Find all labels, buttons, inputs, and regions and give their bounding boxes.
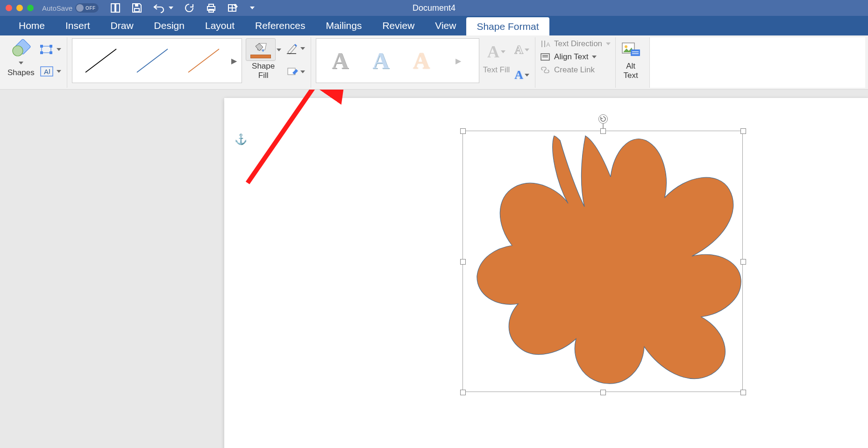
autosave-knob bbox=[76, 4, 84, 12]
tab-mailings[interactable]: Mailings bbox=[315, 16, 372, 35]
shape-fill-swatch bbox=[250, 55, 271, 58]
group-wordart-styles: A A A ▶ A Text Fill A A bbox=[311, 37, 535, 88]
ribbon-tabs: Home Insert Draw Design Layout Reference… bbox=[0, 16, 868, 35]
shapes-icon bbox=[11, 38, 31, 59]
wordart-style-2[interactable]: A bbox=[372, 47, 389, 74]
tab-view[interactable]: View bbox=[425, 16, 466, 35]
outline-effects-column bbox=[285, 38, 306, 79]
wordart-more-button[interactable]: ▶ bbox=[454, 40, 463, 81]
autosave-toggle[interactable]: OFF bbox=[75, 3, 99, 13]
window-controls bbox=[6, 5, 34, 11]
freeform-shape[interactable] bbox=[463, 131, 743, 392]
text-direction-caret bbox=[606, 42, 611, 45]
group-shape-styles: ▶ Shape Fill bbox=[67, 37, 311, 88]
shape-style-more-button[interactable]: ▶ bbox=[229, 40, 239, 81]
rotate-handle[interactable] bbox=[598, 114, 608, 124]
tab-design[interactable]: Design bbox=[144, 16, 195, 35]
wordart-gallery[interactable]: A A A ▶ bbox=[316, 38, 479, 83]
document-page[interactable]: ⚓ bbox=[224, 98, 868, 448]
edit-shape-icon bbox=[39, 43, 55, 56]
tab-insert[interactable]: Insert bbox=[55, 16, 100, 35]
text-direction-button[interactable]: A Text Direction bbox=[540, 39, 611, 49]
maximize-window-button[interactable] bbox=[27, 5, 34, 11]
shape-fill-caret[interactable] bbox=[277, 49, 281, 51]
link-icon bbox=[540, 66, 550, 74]
group-insert-shapes: Shapes A bbox=[3, 37, 67, 88]
text-outline-a-icon: A bbox=[514, 43, 523, 57]
text-box-caret bbox=[57, 70, 61, 73]
text-effects-a-icon: A bbox=[514, 68, 523, 82]
shapes-label: Shapes bbox=[7, 68, 35, 77]
svg-text:A: A bbox=[546, 41, 550, 48]
shape-outline-caret bbox=[300, 47, 305, 50]
paint-bucket-icon bbox=[253, 42, 269, 54]
ribbon: Shapes A bbox=[0, 35, 868, 90]
shape-outline-button[interactable] bbox=[285, 41, 306, 56]
text-box-icon: A bbox=[39, 65, 55, 77]
document-area: ⚓ bbox=[0, 90, 868, 448]
edit-shape-button[interactable] bbox=[38, 41, 62, 58]
tab-shape-format[interactable]: Shape Format bbox=[466, 17, 549, 35]
autosave-state: OFF bbox=[85, 6, 96, 11]
ribbon-remainder bbox=[649, 37, 865, 88]
text-box-button[interactable]: A bbox=[38, 63, 62, 79]
svg-point-11 bbox=[13, 46, 23, 56]
tab-home[interactable]: Home bbox=[8, 16, 55, 35]
tab-layout[interactable]: Layout bbox=[195, 16, 245, 35]
table-edit-icon[interactable] bbox=[228, 3, 240, 13]
text-outline-button[interactable]: A bbox=[513, 41, 530, 59]
create-link-label: Create Link bbox=[554, 65, 595, 75]
wordart-style-1[interactable]: A bbox=[332, 47, 349, 74]
effects-icon bbox=[286, 66, 299, 77]
tab-review[interactable]: Review bbox=[372, 16, 425, 35]
qat-customize-caret[interactable] bbox=[250, 7, 255, 9]
shape-edit-buttons: A bbox=[38, 38, 62, 79]
document-title: Document4 bbox=[413, 3, 455, 13]
shapes-button[interactable]: Shapes bbox=[7, 38, 35, 77]
align-text-label: Align Text bbox=[554, 52, 588, 62]
minimize-window-button[interactable] bbox=[16, 5, 23, 11]
svg-rect-27 bbox=[287, 53, 296, 54]
svg-rect-5 bbox=[209, 4, 213, 7]
group-text: A Text Direction Align Text Create Link bbox=[535, 37, 616, 88]
align-text-button[interactable]: Align Text bbox=[540, 52, 611, 62]
svg-rect-3 bbox=[135, 4, 138, 7]
shape-fill-column: Shape Fill bbox=[246, 38, 281, 80]
text-fill-button[interactable]: A bbox=[486, 40, 506, 63]
shape-fill-button[interactable] bbox=[246, 38, 276, 61]
close-window-button[interactable] bbox=[6, 5, 12, 11]
text-fill-a-icon: A bbox=[487, 42, 499, 62]
redo-icon[interactable] bbox=[184, 3, 195, 13]
shape-selection-box[interactable] bbox=[462, 131, 743, 392]
wordart-style-3[interactable]: A bbox=[413, 47, 430, 74]
file-icon[interactable] bbox=[110, 3, 121, 13]
text-fill-caret bbox=[501, 50, 505, 53]
svg-rect-37 bbox=[631, 49, 640, 56]
text-fill-label: Text Fill bbox=[483, 65, 510, 75]
text-fill-column: A Text Fill bbox=[483, 38, 510, 75]
print-icon[interactable] bbox=[205, 3, 217, 13]
svg-line-23 bbox=[85, 49, 116, 72]
shape-effects-button[interactable] bbox=[285, 64, 306, 79]
text-outline-caret bbox=[525, 49, 529, 51]
svg-rect-1 bbox=[116, 4, 120, 12]
align-text-icon bbox=[540, 53, 550, 61]
undo-icon[interactable] bbox=[153, 3, 165, 13]
shape-style-3[interactable] bbox=[178, 40, 229, 81]
shape-style-2[interactable] bbox=[127, 40, 178, 81]
svg-rect-2 bbox=[135, 8, 139, 12]
svg-rect-0 bbox=[111, 4, 115, 12]
shape-style-1[interactable] bbox=[75, 40, 127, 81]
autosave-label: AutoSave bbox=[42, 4, 72, 12]
undo-dropdown-caret[interactable] bbox=[169, 7, 173, 9]
svg-point-36 bbox=[625, 45, 627, 48]
alt-text-label: Alt Text bbox=[623, 62, 638, 80]
create-link-button[interactable]: Create Link bbox=[540, 65, 611, 75]
text-effects-button[interactable]: A bbox=[513, 66, 530, 84]
title-bar: AutoSave OFF Document4 bbox=[0, 0, 868, 16]
tab-draw[interactable]: Draw bbox=[100, 16, 144, 35]
shape-style-gallery[interactable]: ▶ bbox=[72, 38, 242, 83]
alt-text-button[interactable]: Alt Text bbox=[620, 38, 641, 80]
save-icon[interactable] bbox=[131, 3, 142, 13]
tab-references[interactable]: References bbox=[245, 16, 315, 35]
